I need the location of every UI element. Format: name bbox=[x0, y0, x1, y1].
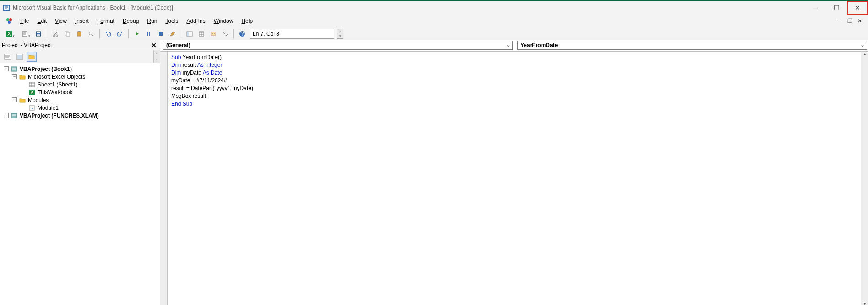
tree-excel-objects[interactable]: − Microsoft Excel Objects bbox=[2, 73, 158, 80]
tree-label: Microsoft Excel Objects bbox=[28, 74, 85, 80]
toggle-folders-button[interactable] bbox=[27, 52, 37, 62]
redo-button[interactable] bbox=[115, 29, 125, 38]
menu-window[interactable]: Window bbox=[210, 16, 237, 26]
worksheet-icon bbox=[28, 81, 36, 88]
mdi-restore-button[interactable]: ❐ bbox=[846, 18, 853, 24]
reset-button[interactable] bbox=[156, 29, 165, 38]
minimize-button[interactable]: ─ bbox=[805, 1, 826, 15]
svg-point-2 bbox=[6, 18, 9, 21]
menu-insert[interactable]: Insert bbox=[71, 16, 92, 26]
properties-button[interactable] bbox=[197, 29, 206, 38]
status-scroll[interactable]: ▴▾ bbox=[337, 29, 343, 39]
svg-point-38 bbox=[33, 107, 33, 107]
vba-menu-icon bbox=[5, 16, 14, 26]
collapse-icon[interactable]: − bbox=[12, 97, 17, 102]
save-button[interactable] bbox=[34, 29, 43, 38]
svg-rect-19 bbox=[149, 32, 150, 36]
tree-label: Modules bbox=[28, 97, 49, 103]
tree-modules[interactable]: − Modules bbox=[2, 96, 158, 104]
code-editor[interactable]: Sub YearFromDate() Dim result As Integer… bbox=[168, 52, 861, 305]
mdi-close-button[interactable]: ✕ bbox=[856, 18, 863, 24]
maximize-button[interactable]: ☐ bbox=[826, 1, 847, 15]
svg-rect-36 bbox=[30, 106, 34, 110]
svg-point-3 bbox=[9, 18, 12, 21]
project-header: Project - VBAProject ✕ bbox=[0, 40, 160, 50]
copy-button[interactable] bbox=[63, 29, 72, 38]
window-title: Microsoft Visual Basic for Applications … bbox=[13, 5, 805, 11]
svg-rect-18 bbox=[147, 32, 148, 36]
mdi-controls: – ❐ ✕ bbox=[836, 18, 868, 24]
svg-rect-20 bbox=[159, 32, 163, 36]
mdi-minimize-button[interactable]: – bbox=[836, 18, 843, 24]
design-mode-button[interactable] bbox=[168, 29, 177, 38]
object-browser-button[interactable] bbox=[209, 29, 218, 38]
project-close-button[interactable]: ✕ bbox=[150, 42, 158, 49]
object-combo-value: (General) bbox=[166, 42, 190, 48]
menu-debug[interactable]: Debug bbox=[119, 16, 142, 26]
tree-root-book1[interactable]: − VBAProject (Book1) bbox=[2, 65, 158, 73]
svg-rect-33 bbox=[29, 82, 35, 87]
code-token: As Date bbox=[203, 70, 222, 76]
svg-point-26 bbox=[214, 33, 215, 34]
menu-tools[interactable]: Tools bbox=[162, 16, 182, 26]
project-toolbar: ▴▾ bbox=[0, 50, 160, 63]
menu-addins[interactable]: Add-Ins bbox=[183, 16, 209, 26]
view-object-button[interactable] bbox=[15, 52, 25, 62]
menu-file[interactable]: File bbox=[16, 16, 33, 26]
module-icon bbox=[28, 105, 36, 111]
tree-sheet1[interactable]: Sheet1 (Sheet1) bbox=[2, 80, 158, 88]
svg-rect-31 bbox=[17, 55, 22, 59]
collapse-icon[interactable]: − bbox=[12, 74, 17, 79]
code-token: MsgBox result bbox=[171, 93, 206, 99]
editor-vscroll[interactable]: ▴▾ bbox=[861, 52, 868, 305]
menu-edit[interactable]: Edit bbox=[33, 16, 50, 26]
tree-root-funcres[interactable]: + VBAProject (FUNCRES.XLAM) bbox=[2, 112, 158, 119]
svg-point-39 bbox=[32, 108, 33, 109]
object-combo[interactable]: (General) bbox=[163, 41, 513, 50]
svg-rect-29 bbox=[5, 54, 11, 59]
collapse-icon[interactable]: − bbox=[4, 66, 9, 71]
find-button[interactable] bbox=[87, 29, 96, 38]
project-toolbar-scroll[interactable]: ▴▾ bbox=[153, 50, 160, 63]
undo-button[interactable] bbox=[103, 29, 113, 38]
workbook-icon: X bbox=[28, 89, 36, 96]
menu-help[interactable]: Help bbox=[238, 16, 256, 26]
tree-label: VBAProject (FUNCRES.XLAM) bbox=[20, 112, 99, 119]
code-token: Dim bbox=[171, 70, 181, 76]
project-tree[interactable]: − VBAProject (Book1) − Microsoft Excel O… bbox=[0, 63, 160, 305]
editor-gutter bbox=[160, 52, 168, 305]
vbaproject-icon bbox=[11, 66, 18, 72]
toolbar-separator bbox=[99, 29, 100, 38]
menu-format[interactable]: Format bbox=[93, 16, 118, 26]
svg-rect-10 bbox=[37, 34, 40, 36]
code-token: Dim bbox=[171, 62, 181, 68]
cut-button[interactable] bbox=[51, 29, 60, 38]
expand-icon[interactable]: + bbox=[4, 113, 9, 118]
code-token: result bbox=[181, 62, 197, 68]
svg-rect-22 bbox=[187, 32, 189, 36]
code-token: Sub bbox=[171, 54, 181, 60]
view-code-button[interactable] bbox=[3, 52, 13, 62]
procedure-combo[interactable]: YearFromDate bbox=[517, 41, 867, 50]
project-title: Project - VBAProject bbox=[2, 42, 52, 48]
menu-view[interactable]: View bbox=[51, 16, 71, 26]
run-button[interactable] bbox=[132, 29, 141, 38]
close-button[interactable]: ✕ bbox=[847, 1, 868, 15]
view-excel-button[interactable]: X bbox=[3, 29, 16, 38]
svg-text:X: X bbox=[30, 90, 34, 95]
break-button[interactable] bbox=[144, 29, 153, 38]
code-token: result = DatePart("yyyy", myDate) bbox=[171, 85, 253, 91]
combo-row: (General) YearFromDate bbox=[160, 40, 868, 50]
paste-button[interactable] bbox=[75, 29, 84, 38]
code-area: (General) YearFromDate Sub YearFromDate(… bbox=[160, 40, 868, 305]
tree-module1[interactable]: Module1 bbox=[2, 104, 158, 112]
project-explorer-button[interactable] bbox=[185, 29, 194, 38]
project-explorer: Project - VBAProject ✕ ▴▾ − VBAProject (… bbox=[0, 40, 160, 305]
help-button[interactable]: ? bbox=[238, 29, 247, 38]
svg-point-4 bbox=[8, 21, 11, 24]
code-token: End Sub bbox=[171, 101, 192, 107]
toolbox-button[interactable] bbox=[221, 29, 230, 38]
menu-run[interactable]: Run bbox=[143, 16, 161, 26]
insert-button[interactable] bbox=[18, 29, 31, 38]
tree-thisworkbook[interactable]: X ThisWorkbook bbox=[2, 88, 158, 96]
